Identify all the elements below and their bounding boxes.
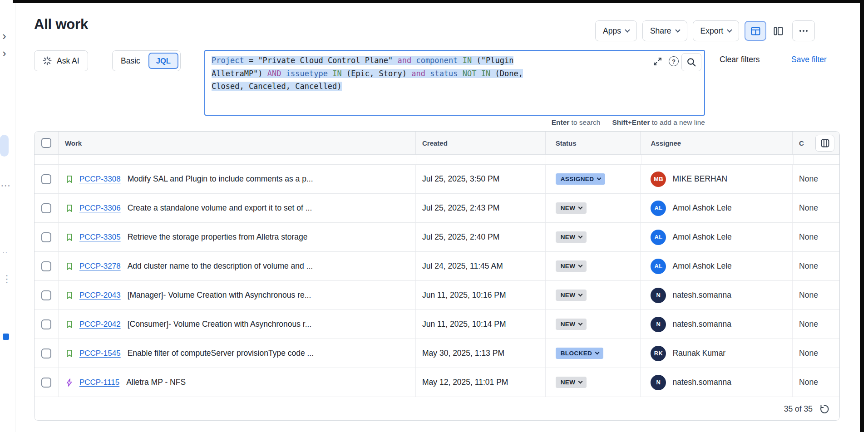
status-badge[interactable]: NEW: [556, 260, 587, 272]
avatar: AL: [651, 230, 666, 245]
created-value: May 30, 2025, 1:13 PM: [422, 349, 504, 358]
issue-summary[interactable]: [Consumer]- Volume Creation with Asynchr…: [128, 319, 312, 329]
refresh-icon: [819, 404, 829, 414]
extra-value: None: [799, 319, 818, 329]
issue-summary[interactable]: Alletra MP - NFS: [126, 378, 186, 387]
share-button[interactable]: Share: [642, 20, 687, 41]
extra-value: None: [799, 261, 818, 271]
columns-settings-icon: [821, 139, 829, 147]
extra-value: None: [799, 232, 818, 242]
status-badge[interactable]: NEW: [556, 290, 587, 301]
table-footer: 35 of 35: [35, 397, 839, 421]
clear-filters-button[interactable]: Clear filters: [720, 55, 760, 64]
issue-key-link[interactable]: PCCP-3278: [79, 262, 121, 271]
created-value: Jul 25, 2025, 3:50 PM: [422, 174, 499, 184]
chevron-down-icon: [578, 321, 583, 326]
table-row[interactable]: PCCP-3308 Modify SAL and Plugin to inclu…: [35, 165, 839, 194]
status-badge[interactable]: ASSIGNED: [556, 173, 606, 185]
more-actions-button[interactable]: [792, 20, 815, 41]
issue-summary[interactable]: Modify SAL and Plugin to include comment…: [128, 174, 313, 184]
status-badge[interactable]: BLOCKED: [556, 348, 604, 359]
row-checkbox[interactable]: [41, 349, 51, 358]
story-icon: [65, 233, 74, 242]
header-toolbar: Apps Share Export: [595, 20, 815, 41]
extra-value: None: [799, 203, 818, 213]
search-hint: Enter to searchShift+Enter to add a new …: [204, 118, 705, 127]
table-row[interactable]: PCCP-1115 Alletra MP - NFS May 12, 2025,…: [35, 368, 839, 397]
frame-top-edge: [13, 0, 863, 3]
ask-ai-button[interactable]: Ask AI: [34, 50, 88, 71]
column-header-created[interactable]: Created: [416, 132, 546, 154]
issue-summary[interactable]: [Manager]- Volume Creation with Asynchro…: [128, 290, 311, 300]
row-checkbox[interactable]: [41, 319, 51, 329]
table-row[interactable]: PCCP-2042 [Consumer]- Volume Creation wi…: [35, 310, 839, 339]
issue-key-link[interactable]: PCCP-1115: [79, 378, 119, 387]
table-view-button[interactable]: [745, 21, 766, 41]
story-icon: [65, 349, 74, 358]
epic-icon: [65, 378, 74, 387]
status-badge[interactable]: NEW: [556, 231, 587, 243]
extra-value: None: [799, 290, 818, 300]
issue-key-link[interactable]: PCCP-3308: [79, 175, 121, 184]
chevron-down-icon: [578, 205, 583, 210]
table-row[interactable]: PCCP-3305 Retrieve the storage propertie…: [35, 223, 839, 252]
issue-key-link[interactable]: PCCP-3305: [79, 233, 121, 242]
row-checkbox[interactable]: [41, 232, 51, 242]
story-icon: [65, 175, 74, 184]
apps-button[interactable]: Apps: [595, 20, 637, 41]
basic-mode-tab[interactable]: Basic: [113, 56, 148, 66]
columns-settings-button[interactable]: [815, 135, 834, 152]
created-value: Jun 11, 2025, 10:16 PM: [422, 290, 506, 300]
row-checkbox[interactable]: [41, 203, 51, 213]
select-all-checkbox[interactable]: [41, 138, 51, 148]
help-icon[interactable]: ?: [669, 56, 679, 66]
split-view-button[interactable]: [769, 21, 787, 41]
expand-icon[interactable]: [653, 57, 662, 66]
table-row[interactable]: PCCP-1545 Enable filter of computeServer…: [35, 339, 839, 368]
chevron-down-icon: [578, 379, 583, 384]
save-filter-link[interactable]: Save filter: [791, 55, 827, 64]
assignee-name: MIKE BERHAN: [672, 174, 727, 184]
jql-mode-tab[interactable]: JQL: [148, 53, 178, 69]
issue-key-link[interactable]: PCCP-1545: [79, 349, 121, 358]
search-button[interactable]: [681, 53, 701, 71]
issue-summary[interactable]: Add cluster name to the description of v…: [128, 261, 313, 271]
sidebar-chevron-icon[interactable]: ›: [2, 30, 6, 42]
sidebar-app-tile[interactable]: [3, 334, 9, 340]
issue-summary[interactable]: Retrieve the storage properties from All…: [128, 232, 308, 242]
jql-query-input[interactable]: Project = "Private Cloud Control Plane" …: [204, 50, 705, 116]
column-header-assignee[interactable]: Assignee: [641, 132, 793, 154]
export-button[interactable]: Export: [693, 20, 740, 41]
created-value: Jul 24, 2025, 11:45 AM: [422, 261, 503, 271]
assignee-name: natesh.somanna: [672, 378, 731, 387]
issue-key-link[interactable]: PCCP-2042: [79, 320, 121, 329]
table-row[interactable]: PCCP-2043 [Manager]- Volume Creation wit…: [35, 281, 839, 310]
table-row[interactable]: PCCP-3278 Add cluster name to the descri…: [35, 252, 839, 281]
sidebar-chevron-icon[interactable]: ›: [2, 47, 6, 59]
refresh-button[interactable]: [819, 404, 829, 414]
column-header-status[interactable]: Status: [546, 132, 641, 154]
status-label: NEW: [561, 263, 576, 270]
sidebar-vertical-dots-icon[interactable]: ⋮: [2, 273, 12, 285]
row-checkbox[interactable]: [41, 261, 51, 271]
created-value: Jul 25, 2025, 2:40 PM: [422, 232, 499, 242]
issue-summary[interactable]: Create a standalone volume and export it…: [128, 203, 312, 213]
sidebar-selected-item[interactable]: [0, 135, 9, 157]
row-checkbox[interactable]: [41, 290, 51, 300]
status-badge[interactable]: NEW: [556, 319, 587, 330]
table-row[interactable]: PCCP-3306 Create a standalone volume and…: [35, 194, 839, 223]
issue-key-link[interactable]: PCCP-3306: [79, 204, 121, 213]
column-header-work[interactable]: Work: [59, 132, 416, 154]
status-badge[interactable]: NEW: [556, 202, 587, 214]
issue-summary[interactable]: Enable filter of computeServer provision…: [128, 349, 314, 358]
status-label: BLOCKED: [561, 350, 592, 357]
issue-key-link[interactable]: PCCP-2043: [79, 291, 121, 300]
status-badge[interactable]: NEW: [556, 377, 587, 388]
row-checkbox[interactable]: [41, 174, 51, 184]
assignee-name: natesh.somanna: [672, 290, 731, 300]
story-icon: [65, 262, 74, 271]
sidebar-ellipsis-icon[interactable]: ⋯: [0, 180, 11, 191]
row-checkbox[interactable]: [41, 378, 51, 388]
table-body: PCCP-3308 Modify SAL and Plugin to inclu…: [35, 165, 839, 397]
sidebar-divider: [15, 3, 15, 432]
